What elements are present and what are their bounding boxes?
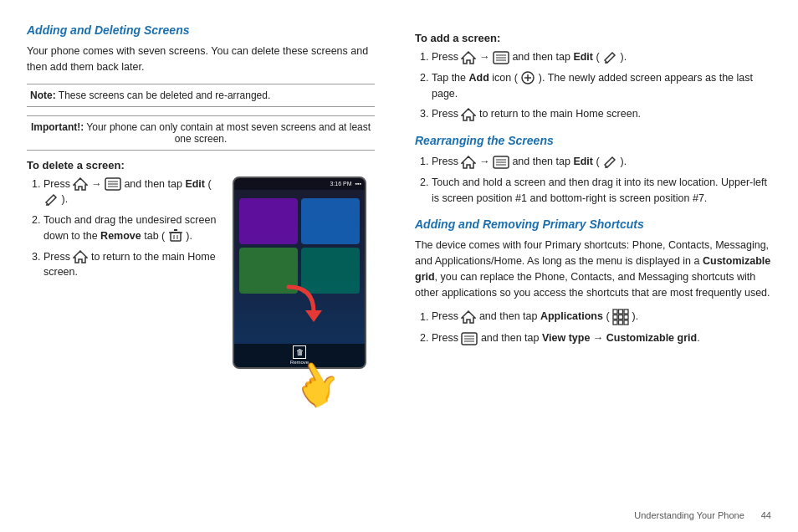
add-s3-press: Press — [432, 108, 461, 120]
p-s1-close: ). — [632, 311, 639, 323]
add-section-title: To add a screen: — [415, 32, 771, 44]
primary-text2: , you can replace the Phone, Contacts, a… — [415, 271, 770, 299]
edit-icon-3 — [602, 155, 617, 170]
remove-icon: 🗑 — [293, 345, 306, 359]
step1-close: ). — [61, 193, 68, 205]
phone-screen: 3:16 PM ▪▪▪ — [233, 176, 366, 369]
svg-rect-37 — [619, 320, 623, 325]
important-box: Important!: Your phone can only contain … — [27, 115, 375, 151]
home-icon-3 — [461, 50, 476, 65]
apps-icon-1 — [612, 309, 629, 325]
menu-icon-2 — [493, 50, 509, 65]
add-s1-press: Press — [432, 51, 461, 63]
svg-rect-34 — [619, 315, 623, 320]
menu-icon-1 — [105, 176, 121, 192]
home-icon-6 — [461, 309, 476, 325]
add-s1-close: ). — [621, 51, 627, 63]
r-s1-arrow: → — [479, 156, 493, 167]
tile-2 — [301, 198, 360, 244]
p-s2-press: Press — [432, 332, 461, 344]
primary-section-title: Adding and Removing Primary Shortcuts — [415, 217, 771, 231]
step1-arrow: → — [91, 178, 105, 190]
p-s1-press: Press — [432, 311, 461, 323]
edit-icon-1 — [43, 192, 59, 207]
p-s2-text: and then tap View type → Customizable gr… — [481, 332, 700, 344]
left-column: Adding and Deleting Screens Your phone c… — [27, 23, 395, 499]
add-s2-text1: Tap the Add icon ( — [432, 72, 518, 84]
note-box: Note: These screens can be deleted and r… — [27, 84, 375, 107]
r-s1-press: Press — [432, 156, 461, 167]
p-s1-text: and then tap Applications ( — [479, 311, 610, 323]
rearrange-steps-list: Press → and then tap Edit ( ). Touch and… — [415, 154, 771, 206]
primary-body: The device comes with four Primary short… — [415, 238, 771, 300]
primary-step-1: Press and then tap Applications ( — [432, 309, 771, 325]
right-column: To add a screen: Press → and then tap Ed… — [395, 23, 771, 499]
step3-press: Press — [43, 251, 73, 263]
edit-icon-2 — [602, 50, 617, 65]
svg-rect-35 — [624, 315, 628, 320]
step1-press: Press — [43, 178, 73, 190]
home-icon-1 — [73, 176, 88, 192]
footer-page: 44 — [761, 510, 771, 520]
important-label: Important!: — [31, 121, 84, 133]
add-s1-arrow: → — [479, 51, 493, 63]
left-section-title: Adding and Deleting Screens — [27, 23, 375, 37]
menu-icon-3 — [493, 155, 509, 170]
svg-rect-38 — [624, 320, 628, 325]
svg-marker-22 — [462, 109, 475, 120]
drag-arrow — [280, 279, 326, 327]
important-text: Your phone can only contain at most seve… — [86, 121, 371, 145]
r-s1-close: ). — [621, 156, 627, 167]
svg-rect-32 — [624, 309, 628, 314]
primary-step-2: Press and then tap View type → Customiza… — [432, 330, 771, 346]
add-steps-list: Press → and then tap Edit ( ). Tap the A… — [415, 49, 771, 122]
phone-image: 3:16 PM ▪▪▪ — [233, 176, 375, 407]
svg-marker-1 — [74, 178, 87, 190]
delete-section-title: To delete a screen: — [27, 159, 375, 171]
phone-status-bar: 3:16 PM ▪▪▪ — [234, 178, 365, 190]
svg-rect-31 — [619, 309, 623, 314]
rearrange-step-2: Touch and hold a screen and then drag it… — [432, 175, 771, 207]
step1-then: and then tap Edit ( — [124, 178, 211, 190]
r-s2-text: Touch and hold a screen and then drag it… — [432, 176, 767, 204]
step2-close: ). — [186, 230, 192, 242]
svg-rect-33 — [613, 315, 617, 320]
add-icon-1 — [520, 70, 535, 85]
svg-marker-23 — [462, 156, 475, 168]
add-s1-edit: and then tap Edit ( — [512, 51, 599, 63]
note-text: These screens can be deleted and re-arra… — [59, 90, 271, 101]
svg-rect-36 — [613, 320, 617, 325]
page-container: Adding and Deleting Screens Your phone c… — [0, 0, 798, 532]
add-s3-text: to return to the main Home screen. — [479, 108, 641, 120]
tile-1 — [239, 198, 298, 244]
home-icon-4 — [461, 107, 476, 122]
footer-label: Understanding Your Phone — [634, 510, 744, 520]
note-label: Note: — [30, 90, 56, 101]
add-step-1: Press → and then tap Edit ( ). — [432, 49, 771, 65]
home-icon-5 — [461, 155, 476, 170]
rearrange-step-1: Press → and then tap Edit ( ). — [432, 154, 771, 170]
primary-steps-list: Press and then tap Applications ( — [415, 309, 771, 346]
add-step-3: Press to return to the main Home screen. — [432, 106, 771, 122]
status-time: 3:16 PM — [330, 181, 351, 187]
svg-marker-29 — [462, 311, 475, 323]
svg-marker-13 — [462, 52, 475, 64]
footer: Understanding Your Phone 44 — [634, 510, 771, 520]
svg-marker-12 — [74, 251, 87, 263]
r-s1-edit: and then tap Edit ( — [512, 156, 599, 167]
svg-rect-30 — [613, 309, 617, 314]
menu-icon-4 — [461, 331, 478, 346]
svg-rect-7 — [171, 233, 181, 241]
svg-marker-0 — [305, 310, 322, 322]
status-icons: ▪▪▪ — [356, 181, 361, 187]
home-icon-2 — [73, 249, 88, 264]
phone-bottom-bar: 🗑 Remove — [234, 344, 365, 367]
add-step-2: Tap the Add icon ( ). The newly added sc… — [432, 70, 771, 102]
rearrange-section-title: Rearranging the Screens — [415, 134, 771, 147]
left-body-text: Your phone comes with seven screens. You… — [27, 43, 375, 75]
trash-icon-1 — [168, 228, 183, 243]
